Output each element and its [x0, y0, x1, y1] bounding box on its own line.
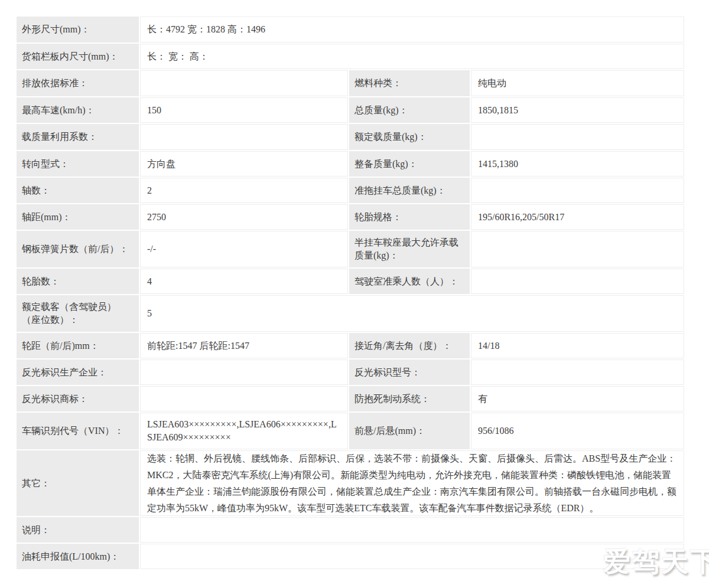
spec-label: 反光标识型号： [349, 360, 470, 385]
spec-label: 前悬/后悬(mm)： [349, 413, 470, 449]
spec-label: 半挂车鞍座最大允许承载质量(kg)： [349, 231, 470, 267]
spec-label: 接近角/离去角（度）： [349, 333, 470, 358]
spec-label: 额定载客（含驾驶员）（座位数）： [17, 295, 139, 332]
spec-label: 轮胎数： [17, 269, 139, 294]
spec-label: 反光标识商标： [17, 386, 139, 411]
spec-value [471, 269, 684, 294]
spec-value [471, 231, 684, 267]
page: 外形尺寸(mm)：长：4792 宽：1828 高：1496货箱栏板内尺寸(mm)… [0, 0, 709, 588]
spec-label: 车辆识别代号（VIN）： [17, 413, 139, 449]
spec-value [471, 124, 684, 150]
spec-label: 油耗申报值(L/100km)： [17, 544, 139, 569]
spec-label: 载质量利用系数： [17, 124, 139, 150]
spec-label: 整备质量(kg)： [349, 151, 470, 177]
spec-value: 5 [140, 295, 684, 332]
spec-label: 防抱死制动系统： [349, 386, 470, 411]
spec-label: 其它： [17, 450, 139, 516]
spec-value: 14/18 [471, 333, 684, 358]
spec-value: 前轮距:1547 后轮距:1547 [140, 333, 348, 358]
spec-label: 总质量(kg)： [349, 97, 470, 123]
spec-value [140, 70, 348, 96]
spec-label: 驾驶室准乘人数（人）： [349, 269, 470, 294]
spec-label: 说明： [17, 517, 139, 543]
spec-label: 准拖挂车总质量(kg)： [349, 178, 470, 203]
spec-value: 195/60R16,205/50R17 [471, 204, 684, 230]
spec-label: 轮距（前/后)mm： [17, 333, 139, 358]
spec-value: 1415,1380 [471, 151, 684, 177]
spec-value [140, 124, 348, 150]
spec-label: 转向型式： [17, 151, 139, 177]
spec-label: 额定载质量(kg)： [349, 124, 470, 150]
spec-label: 排放依据标准： [17, 70, 139, 96]
spec-value: 4 [140, 269, 348, 294]
spec-value: 956/1086 [471, 413, 684, 449]
spec-value: 150 [140, 97, 348, 123]
spec-value: LSJEA603×××××××××,LSJEA606×××××××××,LSJE… [140, 413, 348, 449]
spec-label: 外形尺寸(mm)： [17, 17, 139, 43]
spec-value [471, 178, 684, 203]
spec-value [471, 360, 684, 385]
spec-label: 轮胎规格： [349, 204, 470, 230]
spec-label: 轴数： [17, 178, 139, 203]
spec-value [140, 544, 684, 569]
spec-label: 钢板弹簧片数（前/后）： [17, 231, 139, 267]
spec-value: 1850,1815 [471, 97, 684, 123]
spec-value: 2 [140, 178, 348, 203]
spec-label: 反光标识生产企业： [17, 360, 139, 385]
spec-value: 纯电动 [471, 70, 684, 96]
spec-value: 2750 [140, 204, 348, 230]
spec-value [140, 360, 348, 385]
spec-value: 长： 宽： 高： [140, 44, 684, 69]
vehicle-spec-table: 外形尺寸(mm)：长：4792 宽：1828 高：1496货箱栏板内尺寸(mm)… [17, 17, 684, 569]
spec-value: -/- [140, 231, 348, 267]
spec-label: 燃料种类： [349, 70, 470, 96]
watermark: 爱驾天下 [603, 544, 709, 580]
spec-value [140, 517, 684, 543]
spec-value: 方向盘 [140, 151, 348, 177]
spec-value [140, 386, 348, 411]
spec-value: 有 [471, 386, 684, 411]
spec-label: 货箱栏板内尺寸(mm)： [17, 44, 139, 69]
spec-value: 选装：轮辋、外后视镜、腰线饰条、后部标识、后保，选装不带：前摄像头、天窗、后摄像… [140, 450, 684, 516]
spec-label: 轴距(mm)： [17, 204, 139, 230]
spec-value: 长：4792 宽：1828 高：1496 [140, 17, 684, 43]
spec-label: 最高车速(km/h)： [17, 97, 139, 123]
